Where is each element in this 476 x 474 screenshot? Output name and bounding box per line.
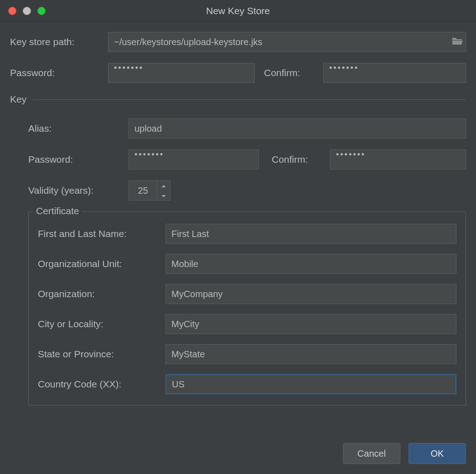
first-last-input[interactable] [166, 224, 456, 244]
alias-row: Alias: [28, 118, 466, 139]
password-label: Password: [10, 67, 108, 78]
validity-row: Validity (years): [28, 180, 466, 201]
organization-input[interactable] [166, 284, 456, 304]
minimize-window-button[interactable] [23, 7, 31, 15]
close-window-button[interactable] [8, 7, 16, 15]
keystore-path-input[interactable] [108, 32, 466, 52]
state-label: State or Province: [38, 349, 166, 360]
browse-button[interactable] [450, 36, 464, 48]
chevron-down-icon [161, 191, 166, 200]
org-unit-input[interactable] [166, 254, 456, 274]
keystore-path-field-wrapper [108, 32, 466, 52]
cancel-button[interactable]: Cancel [343, 443, 400, 464]
key-password-label: Password: [28, 154, 129, 165]
confirm-label: Confirm: [264, 67, 323, 78]
keystore-password-row: Password: ••••••• Confirm: ••••••• [10, 63, 466, 83]
state-input[interactable] [166, 344, 456, 364]
window-title: New Key Store [206, 5, 270, 16]
keystore-path-row: Key store path: [10, 32, 466, 52]
chevron-up-icon [161, 182, 166, 190]
organization-label: Organization: [38, 289, 166, 299]
organization-row: Organization: [38, 284, 456, 304]
dialog-footer: Cancel OK [343, 443, 466, 464]
spinner-down-button[interactable] [157, 191, 170, 200]
key-section: Key Alias: Password: ••••••• Confirm: ••… [10, 94, 466, 406]
ok-button[interactable]: OK [409, 443, 466, 464]
folder-open-icon [451, 36, 463, 47]
key-confirm-label: Confirm: [272, 154, 330, 165]
city-label: City or Locality: [38, 319, 166, 330]
password-input[interactable]: ••••••• [108, 63, 255, 83]
validity-label: Validity (years): [28, 185, 129, 196]
key-section-header: Key [10, 94, 466, 105]
titlebar: New Key Store [0, 0, 476, 22]
first-last-row: First and Last Name: [38, 224, 456, 244]
keystore-path-label: Key store path: [10, 36, 108, 47]
maximize-window-button[interactable] [37, 7, 46, 15]
first-last-label: First and Last Name: [38, 228, 166, 239]
dialog-content: Key store path: Password: ••••••• Confir… [0, 22, 476, 406]
certificate-fieldset: Certificate First and Last Name: Organiz… [28, 211, 466, 406]
country-row: Country Code (XX): [38, 374, 456, 394]
country-input[interactable] [166, 374, 456, 394]
validity-input[interactable] [129, 180, 157, 201]
city-input[interactable] [166, 314, 456, 334]
key-fields: Alias: Password: ••••••• Confirm: ••••••… [10, 118, 466, 406]
key-confirm-input[interactable]: ••••••• [330, 149, 466, 170]
state-row: State or Province: [38, 344, 456, 364]
org-unit-row: Organizational Unit: [38, 254, 456, 274]
confirm-password-input[interactable]: ••••••• [323, 63, 466, 83]
certificate-legend: Certificate [33, 206, 82, 216]
alias-input[interactable] [129, 118, 466, 139]
country-label: Country Code (XX): [38, 379, 166, 390]
spinner-up-button[interactable] [157, 181, 170, 191]
key-section-label: Key [10, 94, 26, 105]
spinner-buttons [157, 180, 171, 201]
validity-spinner [129, 180, 171, 201]
alias-label: Alias: [28, 123, 129, 134]
city-row: City or Locality: [38, 314, 456, 334]
divider [33, 99, 466, 100]
key-password-input[interactable]: ••••••• [129, 149, 259, 170]
window-controls [0, 7, 46, 15]
key-password-row: Password: ••••••• Confirm: ••••••• [28, 149, 466, 170]
org-unit-label: Organizational Unit: [38, 258, 166, 269]
